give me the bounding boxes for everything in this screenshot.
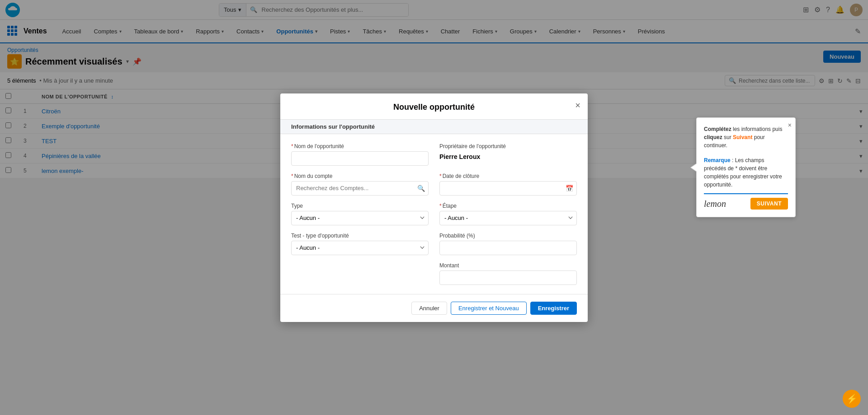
tooltip-remark: Remarque : Les champs précédés de * doiv…: [704, 156, 788, 189]
field-etape: *Étape - Aucun -: [439, 203, 577, 225]
form-grid: *Nom de l'opportunité Propriétaire de l'…: [291, 143, 577, 285]
bot-icon: ⚡: [846, 393, 858, 404]
lemon-learning-tooltip: × Complétez les informations puis clique…: [696, 117, 796, 217]
required-marker: *: [439, 203, 442, 209]
tooltip-arrow: [691, 164, 697, 171]
input-nom-opportunite[interactable]: [291, 151, 429, 166]
label-date-cloture: *Date de clôture: [439, 173, 577, 179]
label-nom-compte: *Nom du compte: [291, 173, 429, 179]
field-montant: Montant: [439, 262, 577, 285]
nom-compte-input-wrapper: 🔍: [291, 181, 429, 196]
modal-section-header: Informations sur l'opportunité: [280, 120, 588, 134]
label-type: Type: [291, 203, 429, 209]
modal-header: Nouvelle opportunité ×: [280, 93, 588, 120]
required-marker: *: [291, 143, 293, 149]
lemon-learning-bot[interactable]: ⚡: [843, 390, 861, 408]
select-test-type[interactable]: - Aucun -: [291, 241, 429, 255]
suivant-button[interactable]: SUIVANT: [750, 198, 788, 210]
select-type[interactable]: - Aucun -: [291, 211, 429, 225]
field-date-cloture: *Date de clôture 📅: [439, 173, 577, 196]
input-date-cloture[interactable]: [439, 181, 577, 196]
tooltip-footer: lemon SUIVANT: [704, 198, 788, 210]
select-etape[interactable]: - Aucun -: [439, 211, 577, 225]
tooltip-suivant-ref: Suivant: [733, 134, 752, 140]
modal-title: Nouvelle opportunité: [393, 103, 475, 112]
modal-footer: Annuler Enregistrer et Nouveau Enregistr…: [280, 294, 588, 322]
tooltip-bold-2: cliquez: [704, 134, 722, 140]
proprietaire-value: Pierre Leroux: [439, 151, 577, 162]
cancel-button[interactable]: Annuler: [411, 302, 447, 315]
label-probabilite: Probabilité (%): [439, 233, 577, 239]
tooltip-close-button[interactable]: ×: [788, 121, 792, 129]
field-nom-opportunite: *Nom de l'opportunité: [291, 143, 429, 166]
field-probabilite: Probabilité (%): [439, 233, 577, 255]
required-marker: *: [291, 173, 293, 179]
tooltip-text-2: sur: [722, 134, 733, 140]
field-proprietaire: Propriétaire de l'opportunité Pierre Ler…: [439, 143, 577, 166]
modal-close-button[interactable]: ×: [575, 101, 580, 110]
label-nom-opportunite: *Nom de l'opportunité: [291, 143, 429, 149]
field-nom-compte: *Nom du compte 🔍: [291, 173, 429, 196]
input-montant[interactable]: [439, 270, 577, 285]
tooltip-text: Complétez les informations puis cliquez …: [704, 125, 788, 149]
field-type: Type - Aucun -: [291, 203, 429, 225]
label-test-type: Test - type d'opportunité: [291, 233, 429, 239]
input-nom-compte[interactable]: [291, 181, 429, 196]
label-montant: Montant: [439, 262, 577, 269]
date-cloture-input-wrapper: 📅: [439, 181, 577, 196]
required-marker: *: [439, 173, 442, 179]
save-button[interactable]: Enregistrer: [530, 302, 577, 315]
save-new-button[interactable]: Enregistrer et Nouveau: [451, 302, 527, 315]
input-probabilite[interactable]: [439, 241, 577, 255]
tooltip-text-1: les informations puis: [731, 126, 783, 132]
label-etape: *Étape: [439, 203, 577, 209]
lemon-learning-logo: lemon: [704, 199, 726, 209]
tooltip-remark-label: Remarque: [704, 157, 731, 163]
field-test-type: Test - type d'opportunité - Aucun -: [291, 233, 429, 255]
label-proprietaire: Propriétaire de l'opportunité: [439, 143, 577, 149]
tooltip-bold-1: Complétez: [704, 126, 731, 132]
new-opportunity-modal: Nouvelle opportunité × Informations sur …: [280, 93, 588, 322]
tooltip-progress-bar: [704, 193, 788, 194]
modal-body: *Nom de l'opportunité Propriétaire de l'…: [280, 134, 588, 294]
